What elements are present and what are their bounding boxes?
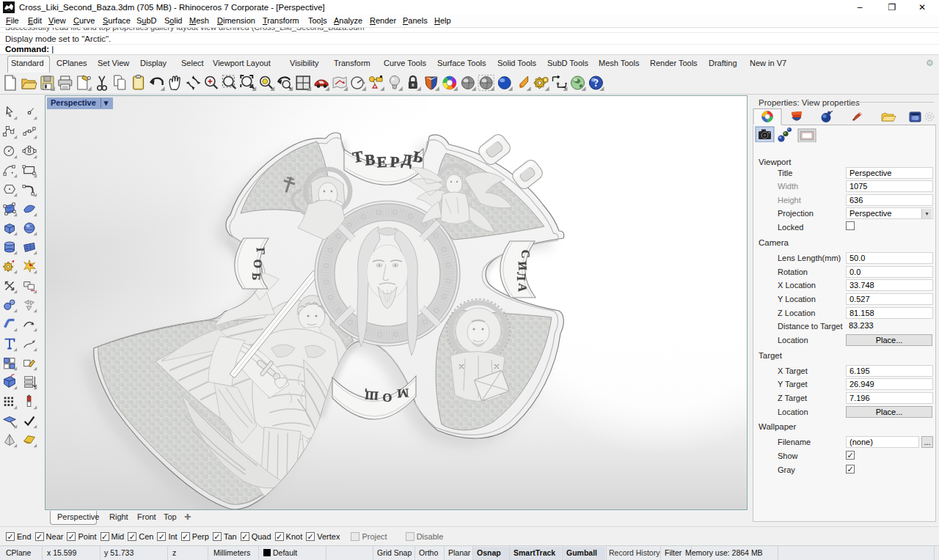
svg-text:Р: Р <box>390 153 400 171</box>
svg-text:Щ: Щ <box>364 388 379 402</box>
svg-text:Е: Е <box>376 153 387 171</box>
svg-text:Г: Г <box>255 247 268 255</box>
svg-text:О: О <box>382 391 392 405</box>
svg-text:В: В <box>364 150 376 169</box>
svg-text:И: И <box>516 261 530 271</box>
svg-text:А: А <box>516 283 530 292</box>
svg-text:М: М <box>397 386 409 401</box>
svg-text:О: О <box>252 259 264 269</box>
svg-text:?: ? <box>593 78 599 89</box>
svg-text:С: С <box>519 249 532 259</box>
svg-text:Б: Б <box>250 273 263 281</box>
svg-text:Л: Л <box>515 272 527 281</box>
